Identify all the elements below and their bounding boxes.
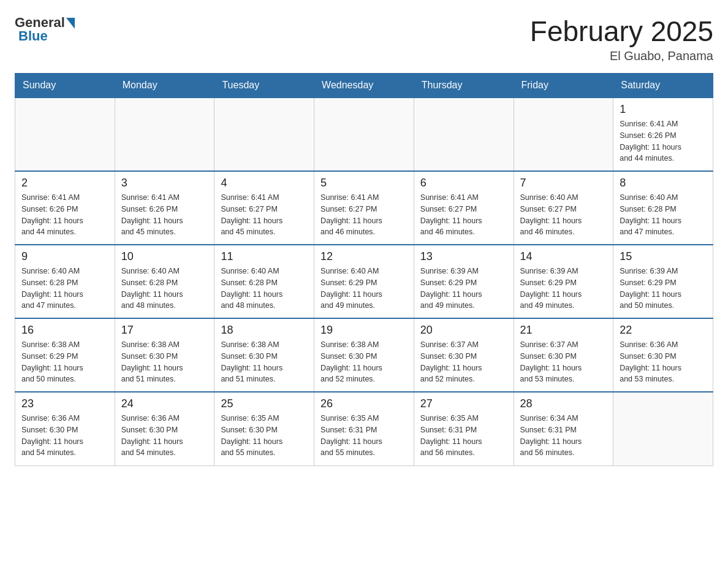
logo-blue-text: Blue bbox=[18, 28, 48, 44]
day-info: Sunrise: 6:35 AM Sunset: 6:31 PM Dayligh… bbox=[320, 413, 408, 459]
day-number: 18 bbox=[221, 324, 308, 337]
calendar-cell: 20Sunrise: 6:37 AM Sunset: 6:30 PM Dayli… bbox=[414, 318, 514, 392]
calendar-cell: 27Sunrise: 6:35 AM Sunset: 6:31 PM Dayli… bbox=[414, 392, 514, 465]
calendar-cell: 5Sunrise: 6:41 AM Sunset: 6:27 PM Daylig… bbox=[314, 171, 414, 245]
logo-arrow-icon bbox=[66, 18, 75, 29]
calendar-cell: 18Sunrise: 6:38 AM Sunset: 6:30 PM Dayli… bbox=[214, 318, 314, 392]
calendar-cell: 15Sunrise: 6:39 AM Sunset: 6:29 PM Dayli… bbox=[613, 245, 713, 318]
weekday-header-tuesday: Tuesday bbox=[214, 74, 314, 98]
page-header: General Blue February 2025 El Guabo, Pan… bbox=[15, 15, 713, 63]
day-number: 12 bbox=[320, 250, 408, 263]
day-info: Sunrise: 6:41 AM Sunset: 6:27 PM Dayligh… bbox=[420, 192, 507, 238]
calendar-cell: 12Sunrise: 6:40 AM Sunset: 6:29 PM Dayli… bbox=[314, 245, 414, 318]
day-number: 27 bbox=[420, 397, 507, 410]
day-number: 4 bbox=[221, 177, 308, 190]
logo: General Blue bbox=[15, 15, 75, 44]
day-info: Sunrise: 6:41 AM Sunset: 6:27 PM Dayligh… bbox=[221, 192, 308, 238]
calendar-cell: 10Sunrise: 6:40 AM Sunset: 6:28 PM Dayli… bbox=[115, 245, 214, 318]
day-number: 14 bbox=[520, 250, 607, 263]
calendar-cell bbox=[414, 98, 514, 171]
day-info: Sunrise: 6:40 AM Sunset: 6:28 PM Dayligh… bbox=[620, 192, 707, 238]
day-number: 7 bbox=[520, 177, 607, 190]
location-text: El Guabo, Panama bbox=[530, 49, 713, 63]
day-info: Sunrise: 6:41 AM Sunset: 6:26 PM Dayligh… bbox=[121, 192, 208, 238]
calendar-cell: 2Sunrise: 6:41 AM Sunset: 6:26 PM Daylig… bbox=[15, 171, 115, 245]
day-info: Sunrise: 6:38 AM Sunset: 6:29 PM Dayligh… bbox=[21, 339, 108, 385]
day-info: Sunrise: 6:34 AM Sunset: 6:31 PM Dayligh… bbox=[520, 413, 607, 459]
day-info: Sunrise: 6:40 AM Sunset: 6:27 PM Dayligh… bbox=[520, 192, 607, 238]
day-info: Sunrise: 6:41 AM Sunset: 6:26 PM Dayligh… bbox=[620, 118, 707, 164]
calendar-header-row: SundayMondayTuesdayWednesdayThursdayFrid… bbox=[15, 74, 713, 98]
day-number: 11 bbox=[221, 250, 308, 263]
day-number: 13 bbox=[420, 250, 507, 263]
day-number: 26 bbox=[320, 397, 408, 410]
weekday-header-monday: Monday bbox=[115, 74, 214, 98]
day-number: 8 bbox=[620, 177, 707, 190]
calendar-cell: 16Sunrise: 6:38 AM Sunset: 6:29 PM Dayli… bbox=[15, 318, 115, 392]
calendar-cell: 17Sunrise: 6:38 AM Sunset: 6:30 PM Dayli… bbox=[115, 318, 214, 392]
day-number: 2 bbox=[21, 177, 108, 190]
calendar-week-4: 16Sunrise: 6:38 AM Sunset: 6:29 PM Dayli… bbox=[15, 318, 713, 392]
day-number: 21 bbox=[520, 324, 607, 337]
calendar-cell: 1Sunrise: 6:41 AM Sunset: 6:26 PM Daylig… bbox=[613, 98, 713, 171]
day-number: 25 bbox=[221, 397, 308, 410]
weekday-header-thursday: Thursday bbox=[414, 74, 514, 98]
day-info: Sunrise: 6:35 AM Sunset: 6:31 PM Dayligh… bbox=[420, 413, 507, 459]
calendar-cell bbox=[214, 98, 314, 171]
day-number: 6 bbox=[420, 177, 507, 190]
calendar-cell: 4Sunrise: 6:41 AM Sunset: 6:27 PM Daylig… bbox=[214, 171, 314, 245]
day-info: Sunrise: 6:38 AM Sunset: 6:30 PM Dayligh… bbox=[121, 339, 208, 385]
day-number: 23 bbox=[21, 397, 108, 410]
day-info: Sunrise: 6:39 AM Sunset: 6:29 PM Dayligh… bbox=[620, 266, 707, 312]
day-info: Sunrise: 6:40 AM Sunset: 6:29 PM Dayligh… bbox=[320, 266, 408, 312]
weekday-header-friday: Friday bbox=[514, 74, 613, 98]
calendar-cell: 26Sunrise: 6:35 AM Sunset: 6:31 PM Dayli… bbox=[314, 392, 414, 465]
calendar-cell: 8Sunrise: 6:40 AM Sunset: 6:28 PM Daylig… bbox=[613, 171, 713, 245]
weekday-header-saturday: Saturday bbox=[613, 74, 713, 98]
day-info: Sunrise: 6:40 AM Sunset: 6:28 PM Dayligh… bbox=[221, 266, 308, 312]
day-info: Sunrise: 6:40 AM Sunset: 6:28 PM Dayligh… bbox=[121, 266, 208, 312]
calendar-week-3: 9Sunrise: 6:40 AM Sunset: 6:28 PM Daylig… bbox=[15, 245, 713, 318]
day-number: 19 bbox=[320, 324, 408, 337]
calendar-cell bbox=[314, 98, 414, 171]
day-info: Sunrise: 6:41 AM Sunset: 6:27 PM Dayligh… bbox=[320, 192, 408, 238]
day-number: 5 bbox=[320, 177, 408, 190]
calendar-cell bbox=[613, 392, 713, 465]
day-info: Sunrise: 6:41 AM Sunset: 6:26 PM Dayligh… bbox=[21, 192, 108, 238]
day-info: Sunrise: 6:38 AM Sunset: 6:30 PM Dayligh… bbox=[221, 339, 308, 385]
calendar-week-2: 2Sunrise: 6:41 AM Sunset: 6:26 PM Daylig… bbox=[15, 171, 713, 245]
day-number: 3 bbox=[121, 177, 208, 190]
calendar-cell bbox=[514, 98, 613, 171]
calendar-cell: 24Sunrise: 6:36 AM Sunset: 6:30 PM Dayli… bbox=[115, 392, 214, 465]
title-section: February 2025 El Guabo, Panama bbox=[530, 15, 713, 63]
day-number: 1 bbox=[620, 103, 707, 116]
calendar-cell: 3Sunrise: 6:41 AM Sunset: 6:26 PM Daylig… bbox=[115, 171, 214, 245]
calendar-cell: 7Sunrise: 6:40 AM Sunset: 6:27 PM Daylig… bbox=[514, 171, 613, 245]
day-info: Sunrise: 6:38 AM Sunset: 6:30 PM Dayligh… bbox=[320, 339, 408, 385]
calendar-cell: 28Sunrise: 6:34 AM Sunset: 6:31 PM Dayli… bbox=[514, 392, 613, 465]
calendar-cell: 21Sunrise: 6:37 AM Sunset: 6:30 PM Dayli… bbox=[514, 318, 613, 392]
day-number: 15 bbox=[620, 250, 707, 263]
day-info: Sunrise: 6:37 AM Sunset: 6:30 PM Dayligh… bbox=[520, 339, 607, 385]
day-number: 10 bbox=[121, 250, 208, 263]
calendar-cell: 6Sunrise: 6:41 AM Sunset: 6:27 PM Daylig… bbox=[414, 171, 514, 245]
calendar-cell: 19Sunrise: 6:38 AM Sunset: 6:30 PM Dayli… bbox=[314, 318, 414, 392]
day-info: Sunrise: 6:36 AM Sunset: 6:30 PM Dayligh… bbox=[121, 413, 208, 459]
day-number: 9 bbox=[21, 250, 108, 263]
calendar-cell: 9Sunrise: 6:40 AM Sunset: 6:28 PM Daylig… bbox=[15, 245, 115, 318]
calendar-week-1: 1Sunrise: 6:41 AM Sunset: 6:26 PM Daylig… bbox=[15, 98, 713, 171]
day-number: 24 bbox=[121, 397, 208, 410]
day-info: Sunrise: 6:36 AM Sunset: 6:30 PM Dayligh… bbox=[620, 339, 707, 385]
day-info: Sunrise: 6:36 AM Sunset: 6:30 PM Dayligh… bbox=[21, 413, 108, 459]
calendar-cell bbox=[115, 98, 214, 171]
calendar-week-5: 23Sunrise: 6:36 AM Sunset: 6:30 PM Dayli… bbox=[15, 392, 713, 465]
day-number: 28 bbox=[520, 397, 607, 410]
weekday-header-wednesday: Wednesday bbox=[314, 74, 414, 98]
day-info: Sunrise: 6:39 AM Sunset: 6:29 PM Dayligh… bbox=[520, 266, 607, 312]
calendar-cell bbox=[15, 98, 115, 171]
calendar-cell: 14Sunrise: 6:39 AM Sunset: 6:29 PM Dayli… bbox=[514, 245, 613, 318]
calendar-cell: 22Sunrise: 6:36 AM Sunset: 6:30 PM Dayli… bbox=[613, 318, 713, 392]
calendar-cell: 11Sunrise: 6:40 AM Sunset: 6:28 PM Dayli… bbox=[214, 245, 314, 318]
day-info: Sunrise: 6:37 AM Sunset: 6:30 PM Dayligh… bbox=[420, 339, 507, 385]
day-number: 16 bbox=[21, 324, 108, 337]
